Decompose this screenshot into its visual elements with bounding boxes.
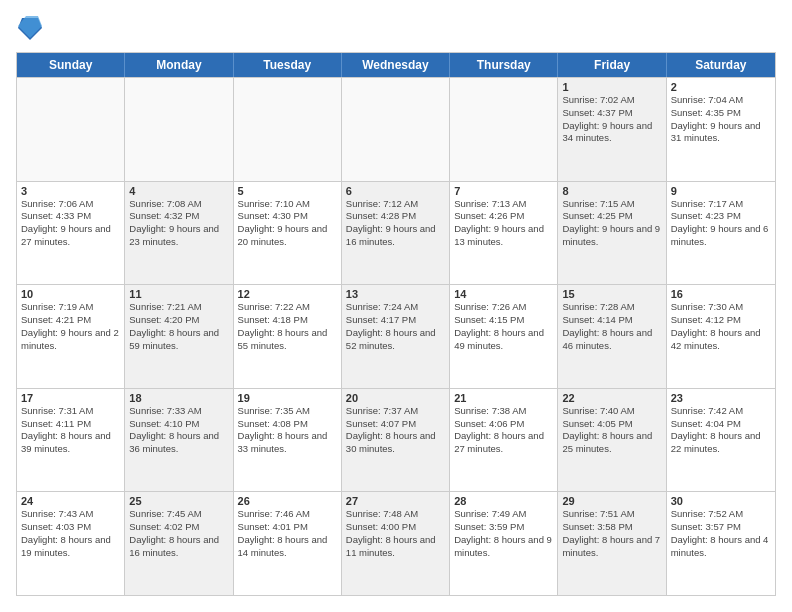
calendar-row-3: 17Sunrise: 7:31 AM Sunset: 4:11 PM Dayli… [17, 388, 775, 492]
day-number: 28 [454, 495, 553, 507]
day-info: Sunrise: 7:19 AM Sunset: 4:21 PM Dayligh… [21, 301, 120, 352]
day-number: 2 [671, 81, 771, 93]
day-info: Sunrise: 7:06 AM Sunset: 4:33 PM Dayligh… [21, 198, 120, 249]
day-number: 12 [238, 288, 337, 300]
day-number: 10 [21, 288, 120, 300]
day-cell-26: 26Sunrise: 7:46 AM Sunset: 4:01 PM Dayli… [234, 492, 342, 595]
day-cell-18: 18Sunrise: 7:33 AM Sunset: 4:10 PM Dayli… [125, 389, 233, 492]
weekday-header-sunday: Sunday [17, 53, 125, 77]
day-number: 3 [21, 185, 120, 197]
day-info: Sunrise: 7:30 AM Sunset: 4:12 PM Dayligh… [671, 301, 771, 352]
day-info: Sunrise: 7:45 AM Sunset: 4:02 PM Dayligh… [129, 508, 228, 559]
day-info: Sunrise: 7:52 AM Sunset: 3:57 PM Dayligh… [671, 508, 771, 559]
day-info: Sunrise: 7:51 AM Sunset: 3:58 PM Dayligh… [562, 508, 661, 559]
day-number: 4 [129, 185, 228, 197]
day-number: 14 [454, 288, 553, 300]
day-number: 6 [346, 185, 445, 197]
calendar-row-0: 1Sunrise: 7:02 AM Sunset: 4:37 PM Daylig… [17, 77, 775, 181]
day-info: Sunrise: 7:43 AM Sunset: 4:03 PM Dayligh… [21, 508, 120, 559]
day-number: 23 [671, 392, 771, 404]
day-number: 15 [562, 288, 661, 300]
day-number: 20 [346, 392, 445, 404]
day-info: Sunrise: 7:02 AM Sunset: 4:37 PM Dayligh… [562, 94, 661, 145]
empty-cell-0-0 [17, 78, 125, 181]
day-info: Sunrise: 7:31 AM Sunset: 4:11 PM Dayligh… [21, 405, 120, 456]
day-info: Sunrise: 7:40 AM Sunset: 4:05 PM Dayligh… [562, 405, 661, 456]
day-number: 1 [562, 81, 661, 93]
calendar-header: SundayMondayTuesdayWednesdayThursdayFrid… [17, 53, 775, 77]
calendar-row-1: 3Sunrise: 7:06 AM Sunset: 4:33 PM Daylig… [17, 181, 775, 285]
empty-cell-0-1 [125, 78, 233, 181]
day-cell-1: 1Sunrise: 7:02 AM Sunset: 4:37 PM Daylig… [558, 78, 666, 181]
empty-cell-0-3 [342, 78, 450, 181]
weekday-header-wednesday: Wednesday [342, 53, 450, 77]
day-cell-3: 3Sunrise: 7:06 AM Sunset: 4:33 PM Daylig… [17, 182, 125, 285]
day-cell-28: 28Sunrise: 7:49 AM Sunset: 3:59 PM Dayli… [450, 492, 558, 595]
day-cell-17: 17Sunrise: 7:31 AM Sunset: 4:11 PM Dayli… [17, 389, 125, 492]
day-info: Sunrise: 7:49 AM Sunset: 3:59 PM Dayligh… [454, 508, 553, 559]
day-cell-19: 19Sunrise: 7:35 AM Sunset: 4:08 PM Dayli… [234, 389, 342, 492]
header [16, 16, 776, 44]
day-info: Sunrise: 7:08 AM Sunset: 4:32 PM Dayligh… [129, 198, 228, 249]
day-number: 21 [454, 392, 553, 404]
day-number: 24 [21, 495, 120, 507]
day-number: 25 [129, 495, 228, 507]
day-info: Sunrise: 7:33 AM Sunset: 4:10 PM Dayligh… [129, 405, 228, 456]
day-number: 29 [562, 495, 661, 507]
day-number: 8 [562, 185, 661, 197]
day-number: 13 [346, 288, 445, 300]
day-info: Sunrise: 7:04 AM Sunset: 4:35 PM Dayligh… [671, 94, 771, 145]
day-cell-13: 13Sunrise: 7:24 AM Sunset: 4:17 PM Dayli… [342, 285, 450, 388]
calendar: SundayMondayTuesdayWednesdayThursdayFrid… [16, 52, 776, 596]
empty-cell-0-4 [450, 78, 558, 181]
day-info: Sunrise: 7:13 AM Sunset: 4:26 PM Dayligh… [454, 198, 553, 249]
logo-icon [18, 14, 42, 42]
day-cell-30: 30Sunrise: 7:52 AM Sunset: 3:57 PM Dayli… [667, 492, 775, 595]
day-cell-12: 12Sunrise: 7:22 AM Sunset: 4:18 PM Dayli… [234, 285, 342, 388]
day-info: Sunrise: 7:46 AM Sunset: 4:01 PM Dayligh… [238, 508, 337, 559]
day-cell-23: 23Sunrise: 7:42 AM Sunset: 4:04 PM Dayli… [667, 389, 775, 492]
day-number: 30 [671, 495, 771, 507]
day-number: 16 [671, 288, 771, 300]
day-info: Sunrise: 7:21 AM Sunset: 4:20 PM Dayligh… [129, 301, 228, 352]
day-info: Sunrise: 7:22 AM Sunset: 4:18 PM Dayligh… [238, 301, 337, 352]
day-cell-22: 22Sunrise: 7:40 AM Sunset: 4:05 PM Dayli… [558, 389, 666, 492]
day-cell-16: 16Sunrise: 7:30 AM Sunset: 4:12 PM Dayli… [667, 285, 775, 388]
day-info: Sunrise: 7:17 AM Sunset: 4:23 PM Dayligh… [671, 198, 771, 249]
day-info: Sunrise: 7:35 AM Sunset: 4:08 PM Dayligh… [238, 405, 337, 456]
day-info: Sunrise: 7:26 AM Sunset: 4:15 PM Dayligh… [454, 301, 553, 352]
day-cell-11: 11Sunrise: 7:21 AM Sunset: 4:20 PM Dayli… [125, 285, 233, 388]
calendar-body: 1Sunrise: 7:02 AM Sunset: 4:37 PM Daylig… [17, 77, 775, 595]
day-cell-24: 24Sunrise: 7:43 AM Sunset: 4:03 PM Dayli… [17, 492, 125, 595]
day-number: 27 [346, 495, 445, 507]
day-cell-27: 27Sunrise: 7:48 AM Sunset: 4:00 PM Dayli… [342, 492, 450, 595]
page: SundayMondayTuesdayWednesdayThursdayFrid… [0, 0, 792, 612]
day-cell-10: 10Sunrise: 7:19 AM Sunset: 4:21 PM Dayli… [17, 285, 125, 388]
day-cell-2: 2Sunrise: 7:04 AM Sunset: 4:35 PM Daylig… [667, 78, 775, 181]
day-info: Sunrise: 7:37 AM Sunset: 4:07 PM Dayligh… [346, 405, 445, 456]
day-cell-4: 4Sunrise: 7:08 AM Sunset: 4:32 PM Daylig… [125, 182, 233, 285]
weekday-header-tuesday: Tuesday [234, 53, 342, 77]
day-info: Sunrise: 7:12 AM Sunset: 4:28 PM Dayligh… [346, 198, 445, 249]
weekday-header-thursday: Thursday [450, 53, 558, 77]
day-cell-14: 14Sunrise: 7:26 AM Sunset: 4:15 PM Dayli… [450, 285, 558, 388]
weekday-header-friday: Friday [558, 53, 666, 77]
weekday-header-saturday: Saturday [667, 53, 775, 77]
day-cell-25: 25Sunrise: 7:45 AM Sunset: 4:02 PM Dayli… [125, 492, 233, 595]
day-info: Sunrise: 7:42 AM Sunset: 4:04 PM Dayligh… [671, 405, 771, 456]
day-info: Sunrise: 7:38 AM Sunset: 4:06 PM Dayligh… [454, 405, 553, 456]
day-cell-20: 20Sunrise: 7:37 AM Sunset: 4:07 PM Dayli… [342, 389, 450, 492]
day-cell-21: 21Sunrise: 7:38 AM Sunset: 4:06 PM Dayli… [450, 389, 558, 492]
day-cell-15: 15Sunrise: 7:28 AM Sunset: 4:14 PM Dayli… [558, 285, 666, 388]
day-info: Sunrise: 7:15 AM Sunset: 4:25 PM Dayligh… [562, 198, 661, 249]
day-info: Sunrise: 7:28 AM Sunset: 4:14 PM Dayligh… [562, 301, 661, 352]
day-number: 19 [238, 392, 337, 404]
calendar-row-2: 10Sunrise: 7:19 AM Sunset: 4:21 PM Dayli… [17, 284, 775, 388]
day-info: Sunrise: 7:10 AM Sunset: 4:30 PM Dayligh… [238, 198, 337, 249]
day-info: Sunrise: 7:24 AM Sunset: 4:17 PM Dayligh… [346, 301, 445, 352]
day-number: 22 [562, 392, 661, 404]
day-info: Sunrise: 7:48 AM Sunset: 4:00 PM Dayligh… [346, 508, 445, 559]
day-number: 26 [238, 495, 337, 507]
empty-cell-0-2 [234, 78, 342, 181]
day-cell-29: 29Sunrise: 7:51 AM Sunset: 3:58 PM Dayli… [558, 492, 666, 595]
